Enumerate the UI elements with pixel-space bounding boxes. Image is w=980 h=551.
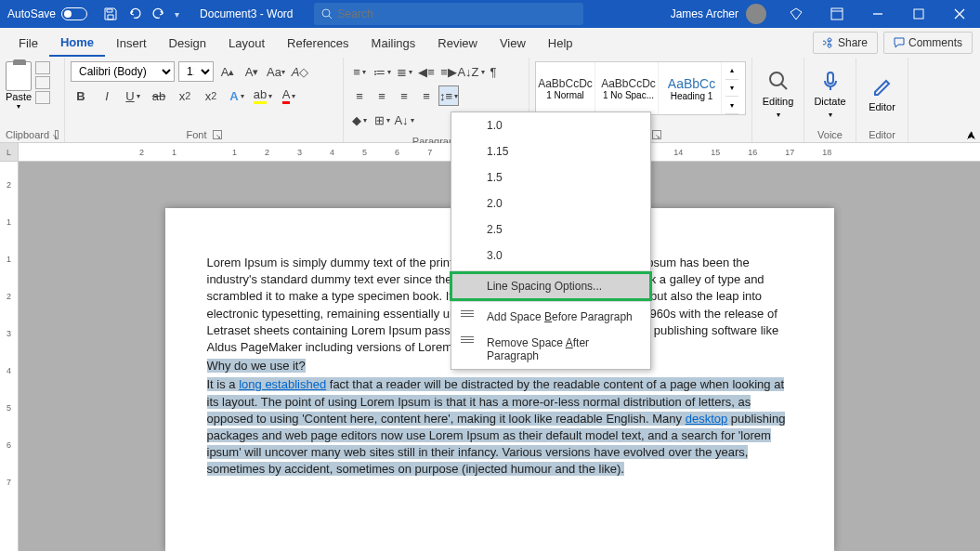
format-painter-icon[interactable] [35, 91, 50, 104]
superscript-button[interactable]: x2 [201, 85, 221, 106]
clipboard-label: Clipboard [6, 129, 49, 140]
svg-line-9 [781, 84, 787, 89]
tab-help[interactable]: Help [537, 31, 584, 56]
numbering-button[interactable]: ≔ [372, 61, 392, 82]
justify-button[interactable]: ≡ [416, 85, 437, 106]
sort-button[interactable]: A↓Z [461, 61, 481, 82]
svg-rect-5 [914, 9, 923, 19]
highlight-button[interactable]: ab [253, 85, 273, 106]
tab-layout[interactable]: Layout [217, 31, 276, 56]
spacing-1.5[interactable]: 1.5 [451, 164, 650, 190]
qat-dropdown-icon[interactable]: ▾ [175, 9, 179, 20]
share-button[interactable]: Share [813, 32, 878, 54]
tab-file[interactable]: File [7, 31, 49, 56]
svg-line-1 [329, 16, 332, 19]
remove-space-after[interactable]: Remove Space After Paragraph [451, 330, 650, 369]
paragraph-3-selected[interactable]: It is a long established fact that a rea… [207, 377, 786, 476]
collapse-ribbon-button[interactable]: ⮝ [967, 130, 976, 140]
document-title: Document3 - Word [187, 7, 306, 20]
paste-icon [6, 61, 32, 91]
borders-button[interactable]: ⊞ [372, 110, 392, 130]
increase-indent-button[interactable]: ≡▶ [438, 61, 459, 82]
paste-button[interactable]: Paste ▾ [6, 61, 32, 111]
link-long-established[interactable]: long established [239, 377, 326, 391]
change-case-button[interactable]: Aa▾ [266, 61, 286, 82]
style-heading1[interactable]: AaBbCcHeading 1 [662, 62, 722, 114]
editing-button[interactable]: Editing▾ [758, 61, 798, 126]
align-left-button[interactable]: ≡ [349, 85, 370, 106]
styles-gallery[interactable]: AaBbCcDc1 Normal AaBbCcDc1 No Spac... Aa… [535, 61, 746, 115]
link-desktop[interactable]: desktop [686, 412, 728, 426]
autosave-toggle[interactable]: AutoSave [0, 7, 95, 20]
style-normal[interactable]: AaBbCcDc1 Normal [536, 62, 595, 114]
undo-icon[interactable] [126, 6, 143, 22]
show-marks-button[interactable]: ¶ [483, 61, 503, 82]
toggle-switch[interactable] [61, 7, 87, 20]
bold-button[interactable]: B [71, 85, 91, 106]
align-right-button[interactable]: ≡ [394, 85, 414, 106]
bullets-button[interactable]: ≡ [349, 61, 370, 82]
maximize-button[interactable] [898, 0, 939, 28]
styles-dialog-launcher[interactable] [652, 130, 661, 139]
editor-label: Editor [862, 127, 902, 140]
styles-down-button[interactable]: ▾ [725, 80, 738, 98]
minimize-button[interactable] [857, 0, 898, 28]
shrink-font-button[interactable]: A▾ [242, 61, 262, 82]
cut-icon[interactable] [35, 61, 50, 74]
font-dialog-launcher[interactable] [213, 130, 222, 139]
add-space-before[interactable]: Add Space Before Paragraph [451, 304, 650, 330]
tab-references[interactable]: References [276, 31, 359, 56]
search-input[interactable] [338, 7, 576, 20]
decrease-indent-button[interactable]: ◀≡ [416, 61, 437, 82]
line-spacing-options[interactable]: Line Spacing Options... [451, 273, 650, 299]
clipboard-dialog-launcher[interactable] [55, 130, 59, 139]
paragraph-2-selected[interactable]: Why do we use it? [207, 359, 306, 373]
subscript-button[interactable]: x2 [175, 85, 195, 106]
strikethrough-button[interactable]: ab [149, 85, 169, 106]
styles-more-button[interactable]: ▾ [725, 97, 738, 114]
font-name-select[interactable]: Calibri (Body) [71, 61, 175, 82]
spacing-3.0[interactable]: 3.0 [451, 243, 650, 269]
styles-up-button[interactable]: ▴ [725, 62, 738, 80]
shading-button[interactable]: ◆ [349, 110, 370, 130]
line-spacing-button[interactable]: ↕≡ [438, 85, 459, 106]
search-box[interactable] [314, 3, 583, 25]
underline-button[interactable]: U [123, 85, 143, 106]
spacing-1.0[interactable]: 1.0 [451, 112, 650, 138]
font-size-select[interactable]: 11 [178, 61, 214, 82]
spacing-2.5[interactable]: 2.5 [451, 216, 650, 243]
editor-button[interactable]: Editor [862, 61, 902, 126]
tab-design[interactable]: Design [158, 31, 217, 56]
diamond-icon[interactable] [776, 0, 817, 28]
multilevel-button[interactable]: ≣ [394, 61, 414, 82]
ribbon-display-icon[interactable] [817, 0, 857, 28]
clear-formatting-button[interactable]: A◇ [290, 61, 310, 82]
tab-home[interactable]: Home [49, 30, 105, 57]
font-color-button[interactable]: A [279, 85, 299, 106]
close-button[interactable] [939, 0, 980, 28]
align-center-button[interactable]: ≡ [372, 85, 392, 106]
tab-review[interactable]: Review [426, 31, 489, 56]
spacing-2.0[interactable]: 2.0 [451, 190, 650, 216]
text-effects-button[interactable]: A [227, 85, 247, 106]
ruler-corner: L [0, 143, 19, 161]
user-avatar[interactable] [746, 4, 766, 24]
svg-rect-2 [831, 8, 843, 20]
tab-view[interactable]: View [489, 31, 537, 56]
tab-insert[interactable]: Insert [105, 31, 158, 56]
grow-font-button[interactable]: A▴ [217, 61, 238, 82]
copy-icon[interactable] [35, 76, 50, 89]
style-nospacing[interactable]: AaBbCcDc1 No Spac... [599, 62, 659, 114]
vertical-ruler[interactable]: 211234567 [0, 162, 19, 551]
add-space-icon [461, 310, 476, 323]
comments-button[interactable]: Comments [883, 32, 973, 54]
tab-mailings[interactable]: Mailings [360, 31, 427, 56]
spacing-1.15[interactable]: 1.15 [451, 138, 650, 164]
italic-button[interactable]: I [97, 85, 117, 106]
save-icon[interactable] [102, 6, 119, 22]
dictate-button[interactable]: Dictate▾ [810, 61, 850, 126]
sort-az-button[interactable]: A↓ [394, 110, 414, 130]
editor-icon [871, 75, 894, 98]
redo-icon[interactable] [150, 6, 167, 22]
autosave-label: AutoSave [7, 7, 56, 20]
